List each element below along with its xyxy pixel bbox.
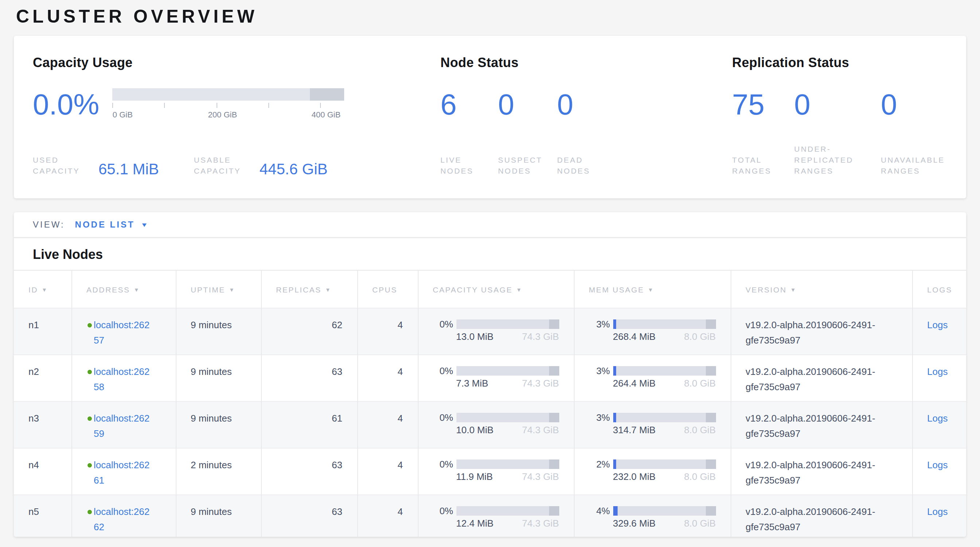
dead-nodes-stat: 0 DEAD NODES xyxy=(557,90,614,177)
node-uptime-cell: 9 minutes xyxy=(176,355,261,401)
capacity-usage-percent: 0% xyxy=(439,506,453,516)
dead-nodes-label: DEAD NODES xyxy=(557,154,614,177)
capacity-used-percent: 0.0% xyxy=(33,90,99,119)
mem-usage-bar xyxy=(613,460,716,469)
node-logs-link[interactable]: Logs xyxy=(927,413,948,424)
mem-usage-bar xyxy=(613,320,716,329)
node-logs-cell: Logs xyxy=(912,355,966,401)
dropdown-caret-icon: ▼ xyxy=(140,221,148,228)
suspect-nodes-stat: 0 SUSPECT NODES xyxy=(498,90,557,177)
node-uptime-cell: 9 minutes xyxy=(176,495,261,537)
capacity-usage-title: Capacity Usage xyxy=(33,56,441,71)
live-nodes-title: Live Nodes xyxy=(14,238,966,270)
node-address-cell: localhost:26261 xyxy=(72,448,176,495)
column-header-version[interactable]: VERSION▼ xyxy=(730,270,912,308)
under-replicated-label: UNDER-REPLICATED RANGES xyxy=(794,144,861,177)
capacity-usage-percent: 0% xyxy=(439,413,453,422)
capacity-usage-section: Capacity Usage 0.0% 0 GiB 200 GiB 400 Gi… xyxy=(33,56,441,177)
table-header-row: ID▼ ADDRESS▼ UPTIME▼ REPLICAS▼ CPUS CAPA… xyxy=(14,270,966,308)
table-row: n2 localhost:26258 9 minutes 63 4 0% 7.3… xyxy=(14,355,966,401)
column-header-id[interactable]: ID▼ xyxy=(14,270,72,308)
capacity-usage-cell: 0% 7.3 MiB 74.3 GiB xyxy=(418,355,574,401)
mem-usage-bar xyxy=(613,366,716,375)
view-bar: VIEW: NODE LIST ▼ xyxy=(14,212,966,238)
node-cpus-cell: 4 xyxy=(357,355,418,401)
mem-usage-bar xyxy=(613,506,716,516)
mem-usage-cell: 3% 314.7 MiB 8.0 GiB xyxy=(574,401,730,448)
node-list-card: VIEW: NODE LIST ▼ Live Nodes ID▼ ADDRESS… xyxy=(14,212,966,537)
capacity-used-value: 7.3 MiB xyxy=(456,378,488,390)
total-ranges-label: TOTAL RANGES xyxy=(732,154,794,177)
capacity-usage-cell: 0% 12.4 MiB 74.3 GiB xyxy=(418,495,574,537)
node-address-cell: localhost:26259 xyxy=(72,401,176,448)
capacity-usage-cell: 0% 13.0 MiB 74.3 GiB xyxy=(418,308,574,355)
mem-usage-fill xyxy=(613,366,616,375)
node-logs-link[interactable]: Logs xyxy=(927,506,948,517)
node-address-cell: localhost:26258 xyxy=(72,355,176,401)
node-logs-link[interactable]: Logs xyxy=(927,320,948,331)
node-status-section: Node Status 6 LIVE NODES 0 SUSPECT NODES… xyxy=(441,56,732,177)
mem-usage-cell: 2% 232.0 MiB 8.0 GiB xyxy=(574,448,730,495)
mem-usage-percent: 2% xyxy=(596,460,610,469)
capacity-used-value: 12.4 MiB xyxy=(456,518,494,530)
node-logs-link[interactable]: Logs xyxy=(927,366,948,377)
node-id-cell: n4 xyxy=(14,448,72,495)
node-replicas-cell: 62 xyxy=(261,308,357,355)
mem-total-value: 8.0 GiB xyxy=(684,378,716,390)
used-capacity-value: 65.1 MiB xyxy=(99,161,159,178)
node-address-link[interactable]: localhost:26259 xyxy=(94,410,152,441)
node-replicas-cell: 63 xyxy=(261,355,357,401)
mem-usage-bar xyxy=(613,413,716,422)
mem-total-value: 8.0 GiB xyxy=(684,518,716,530)
sort-arrow-icon: ▼ xyxy=(134,286,140,293)
column-header-replicas[interactable]: REPLICAS▼ xyxy=(261,270,357,308)
capacity-usage-endcap xyxy=(549,506,559,516)
capacity-usage-cell: 0% 11.9 MiB 74.3 GiB xyxy=(418,448,574,495)
node-cpus-cell: 4 xyxy=(357,401,418,448)
node-cpus-cell: 4 xyxy=(357,448,418,495)
replication-status-title: Replication Status xyxy=(732,56,947,71)
node-version-cell: v19.2.0-alpha.20190606-2491-gfe735c9a97 xyxy=(730,308,912,355)
capacity-bar-chart: 0 GiB 200 GiB 400 GiB xyxy=(112,88,344,120)
capacity-stats: USED CAPACITY 65.1 MiB USABLE CAPACITY 4… xyxy=(33,154,441,177)
table-row: n3 localhost:26259 9 minutes 61 4 0% 10.… xyxy=(14,401,966,448)
sort-arrow-icon: ▼ xyxy=(229,286,235,293)
total-ranges-stat: 75 TOTAL RANGES xyxy=(732,90,794,177)
node-replicas-cell: 63 xyxy=(261,448,357,495)
mem-total-value: 8.0 GiB xyxy=(684,425,716,436)
column-header-address[interactable]: ADDRESS▼ xyxy=(72,270,176,308)
node-address-link[interactable]: localhost:26262 xyxy=(94,504,152,534)
view-selector[interactable]: NODE LIST ▼ xyxy=(75,219,147,230)
mem-used-value: 268.4 MiB xyxy=(613,331,655,343)
column-header-logs: LOGS xyxy=(912,270,966,308)
mem-used-value: 329.6 MiB xyxy=(613,518,655,530)
live-nodes-table: ID▼ ADDRESS▼ UPTIME▼ REPLICAS▼ CPUS CAPA… xyxy=(14,270,966,537)
axis-label-0gib: 0 GiB xyxy=(113,110,133,119)
mem-usage-percent: 3% xyxy=(596,413,610,422)
axis-label-200gib: 200 GiB xyxy=(208,110,237,119)
node-live-status-icon xyxy=(87,323,92,328)
column-header-mem-usage[interactable]: MEM USAGE▼ xyxy=(574,270,730,308)
node-address-link[interactable]: localhost:26257 xyxy=(94,317,152,348)
sort-arrow-icon: ▼ xyxy=(791,286,797,293)
unavailable-ranges-stat: 0 UNAVAILABLE RANGES xyxy=(881,90,947,177)
mem-total-value: 8.0 GiB xyxy=(684,471,716,483)
node-logs-link[interactable]: Logs xyxy=(927,460,948,471)
live-nodes-value: 6 xyxy=(441,90,498,119)
node-address-link[interactable]: localhost:26258 xyxy=(94,364,152,394)
mem-total-value: 8.0 GiB xyxy=(684,331,716,343)
node-version-cell: v19.2.0-alpha.20190606-2491-gfe735c9a97 xyxy=(730,495,912,537)
column-header-capacity-usage[interactable]: CAPACITY USAGE▼ xyxy=(418,270,574,308)
dead-nodes-value: 0 xyxy=(557,90,614,119)
usable-capacity-stat: USABLE CAPACITY 445.6 GiB xyxy=(194,154,328,177)
node-address-link[interactable]: localhost:26261 xyxy=(94,457,152,488)
node-id-cell: n3 xyxy=(14,401,72,448)
mem-usage-fill xyxy=(613,320,616,329)
capacity-used-value: 11.9 MiB xyxy=(456,471,493,483)
node-live-status-icon xyxy=(87,370,92,374)
node-id-cell: n2 xyxy=(14,355,72,401)
node-address-cell: localhost:26257 xyxy=(72,308,176,355)
capacity-total-value: 74.3 GiB xyxy=(522,331,559,343)
node-replicas-cell: 61 xyxy=(261,401,357,448)
column-header-uptime[interactable]: UPTIME▼ xyxy=(176,270,261,308)
